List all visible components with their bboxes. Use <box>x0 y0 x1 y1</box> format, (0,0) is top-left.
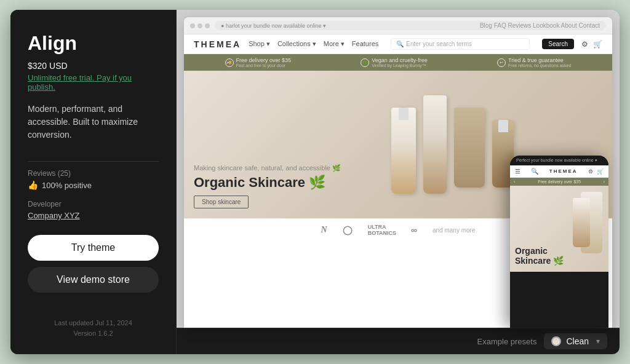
mobile-cart-icon: 🛒 <box>597 168 604 175</box>
delivery-icon: 🚚 <box>225 58 234 67</box>
dot-yellow <box>197 23 202 28</box>
mobile-product-2 <box>573 198 590 247</box>
mobile-account-icon: ⚙ <box>588 168 593 175</box>
left-panel: Align $320 USD Unlimited free trial. Pay… <box>10 10 177 354</box>
dot-red <box>190 23 195 28</box>
right-panel: ● harlot your bundle now available onlin… <box>177 10 620 354</box>
nav-collections[interactable]: Collections ▾ <box>277 40 316 48</box>
hero-content: Making skincare safe, natural, and acces… <box>194 164 341 208</box>
mobile-nav-icons: ⚙ 🛒 <box>588 168 604 175</box>
hero-products <box>391 71 514 218</box>
cart-icon[interactable]: 🛒 <box>593 40 602 49</box>
mobile-status-bar: Perfect your bundle now available online… <box>510 156 608 165</box>
mobile-preview: Perfect your bundle now available online… <box>510 156 608 328</box>
browser-bar: ● harlot your bundle now available onlin… <box>184 17 612 34</box>
preview-area: ● harlot your bundle now available onlin… <box>177 10 620 328</box>
guarantee-icon: ↩ <box>497 58 506 67</box>
promo-banner: 🚚 Free delivery over $35 Fast and free t… <box>184 54 612 71</box>
logo-brand-4: ∞ <box>411 225 418 235</box>
hero-title: Organic Skincare 🌿 <box>194 175 341 191</box>
banner-item-vegan: 🌿 Vegan and cruelty-free Verified by Lea… <box>361 57 428 68</box>
mobile-hero: Organic Skincare 🌿 <box>510 186 608 272</box>
account-icon[interactable]: ⚙ <box>581 40 588 49</box>
try-theme-button[interactable]: Try theme <box>28 235 159 261</box>
reviews-label: Reviews (25) <box>28 169 159 178</box>
mobile-promo-banner: ‹ Free delivery over $35 › <box>510 178 608 186</box>
search-icon: 🔍 <box>396 41 404 47</box>
developer-label: Developer <box>28 200 159 208</box>
store-search-bar[interactable]: 🔍 Enter your search terms <box>391 38 530 50</box>
logo-brand-3: ULTRABOTANICS <box>368 224 396 236</box>
vegan-icon: 🌿 <box>361 58 369 67</box>
product-tube-2 <box>423 95 447 194</box>
action-buttons: Try theme View demo store <box>28 235 159 293</box>
product-bottle <box>454 108 485 188</box>
mobile-banner-arrow-left[interactable]: ‹ <box>514 180 515 184</box>
mobile-hero-title: Organic <box>515 246 564 256</box>
mobile-store-nav: ☰ 🔍 THEMEA ⚙ 🛒 <box>510 165 608 178</box>
reviews-section: Reviews (25) 👍 100% positive <box>28 169 159 190</box>
logo-more: and many more <box>433 227 475 234</box>
view-demo-button[interactable]: View demo store <box>28 267 159 293</box>
developer-name[interactable]: Company XYZ <box>28 211 159 220</box>
mobile-hamburger-icon: ☰ <box>515 168 520 175</box>
nav-right-links: Blog FAQ Reviews Lookbook About Contact <box>480 22 600 29</box>
developer-section: Developer Company XYZ <box>28 200 159 220</box>
outer-container: Align $320 USD Unlimited free trial. Pay… <box>0 0 630 364</box>
main-card: Align $320 USD Unlimited free trial. Pay… <box>10 10 620 354</box>
divider-1 <box>28 161 159 162</box>
preset-selector[interactable]: Clean ▾ <box>544 333 607 349</box>
free-trial-link[interactable]: Unlimited free trial. <box>28 73 94 82</box>
banner-item-guarantee: ↩ Tried & true guarantee Free returns, n… <box>497 57 571 68</box>
mobile-hero-title-2: Skincare 🌿 <box>515 256 564 266</box>
last-updated: Last updated Jul 11, 2024 <box>28 318 159 329</box>
mobile-status-text: Perfect your bundle now available online… <box>516 158 597 163</box>
version-info: Last updated Jul 11, 2024 Version 1.6.2 <box>28 308 159 339</box>
hero-subtitle: Making skincare safe, natural, and acces… <box>194 164 341 172</box>
banner-item-delivery: 🚚 Free delivery over $35 Fast and free t… <box>225 57 292 68</box>
dot-green <box>205 23 210 28</box>
reviews-value: 👍 100% positive <box>28 180 159 190</box>
presets-label: Example presets <box>477 337 537 346</box>
theme-description: Modern, performant, and accessible. Buil… <box>28 103 159 141</box>
thumbs-up-icon: 👍 <box>28 180 38 190</box>
price: $320 USD <box>28 61 159 71</box>
banner-vegan-text: Vegan and cruelty-free Verified by Leapi… <box>372 57 428 68</box>
version-number: Version 1.6.2 <box>28 328 159 339</box>
preset-name: Clean <box>566 336 589 346</box>
logo-brand-1: N <box>321 225 328 235</box>
banner-delivery-text: Free delivery over $35 Fast and free to … <box>236 57 292 68</box>
search-placeholder: Enter your search terms <box>406 41 472 47</box>
bottom-bar: Example presets Clean ▾ <box>177 328 620 354</box>
browser-url-bar[interactable]: ● harlot your bundle now available onlin… <box>215 21 606 30</box>
url-text: ● harlot your bundle now available onlin… <box>221 23 326 29</box>
store-logo: THEMEA <box>194 39 241 49</box>
chevron-down-icon: ▾ <box>596 337 600 346</box>
theme-name: Align <box>28 32 159 55</box>
mobile-banner-label: Free delivery over $35 <box>538 180 581 184</box>
mobile-search-icon: 🔍 <box>531 168 538 175</box>
mobile-logo: THEMEA <box>549 168 578 174</box>
preset-color-dot <box>551 336 561 346</box>
product-tube-1 <box>391 108 416 194</box>
free-trial-text: Unlimited free trial. Pay if you publish… <box>28 73 159 92</box>
banner-guarantee-text: Tried & true guarantee Free returns, no … <box>508 57 571 68</box>
store-nav: THEMEA Shop ▾ Collections ▾ More ▾ Featu… <box>184 34 612 54</box>
nav-more[interactable]: More ▾ <box>324 40 345 48</box>
browser-nav-icons: Blog FAQ Reviews Lookbook About Contact <box>480 22 600 29</box>
logo-brand-2: ◯ <box>343 225 353 235</box>
mobile-banner-arrow-right[interactable]: › <box>604 180 605 184</box>
nav-features[interactable]: Features <box>352 40 378 48</box>
browser-dots <box>190 23 210 28</box>
store-nav-links: Shop ▾ Collections ▾ More ▾ Features <box>249 40 378 48</box>
store-nav-icons: ⚙ 🛒 <box>581 40 602 49</box>
nav-shop[interactable]: Shop ▾ <box>249 40 270 48</box>
shop-skincare-button[interactable]: Shop skincare <box>194 196 249 208</box>
search-button[interactable]: Search <box>542 39 574 49</box>
